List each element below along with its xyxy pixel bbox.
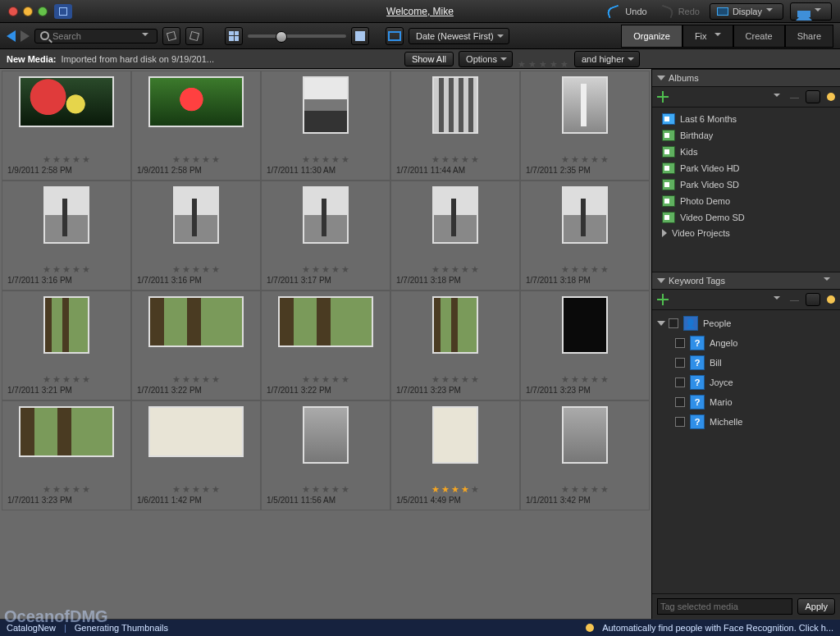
thumb-cell[interactable]: ★★★★★1/7/2011 3:16 PM	[131, 181, 261, 291]
thumb-cell[interactable]: ★★★★★1/7/2011 3:18 PM	[520, 181, 650, 291]
tag-media-input[interactable]	[657, 598, 792, 615]
rating-stars[interactable]: ★★★★★	[172, 264, 221, 273]
nav-back-button[interactable]	[7, 30, 16, 42]
thumb-cell[interactable]: ★★★★★1/7/2011 3:18 PM	[390, 181, 520, 291]
thumb-cell[interactable]: ★★★★★1/6/2011 1:42 PM	[131, 400, 261, 510]
thumb-cell[interactable]: ★★★★★1/7/2011 3:16 PM	[2, 181, 131, 291]
thumbnail[interactable]	[432, 296, 478, 354]
album-item[interactable]: Video Demo SD	[659, 209, 840, 226]
thumbnail[interactable]	[278, 296, 373, 347]
tag-item[interactable]: ?Joyce	[657, 373, 840, 392]
thumbnail[interactable]	[173, 186, 219, 244]
thumb-cell[interactable]: ★★★★★1/7/2011 11:30 AM	[261, 71, 390, 181]
thumbnail[interactable]	[303, 76, 349, 134]
album-item[interactable]: Park Video HD	[659, 160, 840, 176]
tab-share[interactable]: Share	[785, 25, 833, 48]
hint-icon[interactable]	[827, 93, 835, 101]
edit-album-button[interactable]	[806, 90, 820, 103]
thumbnail[interactable]	[303, 406, 349, 464]
thumbnail[interactable]	[562, 296, 608, 354]
thumb-cell[interactable]: ★★★★★1/9/2011 2:58 PM	[131, 71, 261, 181]
rating-stars[interactable]: ★★★★★	[561, 154, 609, 163]
tags-header[interactable]: Keyword Tags	[652, 272, 840, 290]
thumb-cell[interactable]: ★★★★★1/7/2011 2:35 PM	[520, 71, 650, 181]
thumb-cell[interactable]: ★★★★★1/7/2011 3:22 PM	[131, 291, 261, 400]
tag-checkbox[interactable]	[675, 338, 685, 348]
filter-star-2[interactable]: ★	[528, 59, 537, 68]
tag-checkbox[interactable]	[675, 358, 685, 368]
rating-stars[interactable]: ★★★★★	[431, 484, 480, 493]
tag-item[interactable]: ?Angelo	[657, 333, 840, 353]
thumbnail[interactable]	[43, 186, 89, 244]
thumb-cell[interactable]: ★★★★★1/7/2011 3:23 PM	[2, 400, 131, 510]
filter-star-5[interactable]: ★	[560, 59, 569, 68]
thumb-cell[interactable]: ★★★★★1/7/2011 3:17 PM	[261, 181, 390, 291]
apply-tag-button[interactable]: Apply	[797, 598, 835, 615]
rating-stars[interactable]: ★★★★★	[302, 484, 350, 493]
tag-checkbox[interactable]	[675, 397, 685, 407]
rating-stars[interactable]: ★★★★★	[561, 264, 609, 273]
thumb-size-slider[interactable]	[248, 34, 346, 38]
rating-stars[interactable]: ★★★★★	[302, 264, 350, 273]
thumbnail[interactable]	[432, 186, 478, 244]
tag-item[interactable]: ?Bill	[657, 353, 840, 373]
thumbnail[interactable]	[148, 406, 244, 457]
add-tag-button[interactable]	[657, 294, 669, 305]
thumbnail[interactable]	[43, 296, 89, 354]
rating-stars[interactable]: ★★★★★	[43, 154, 91, 163]
album-item[interactable]: Kids	[659, 144, 840, 160]
rating-stars[interactable]: ★★★★★	[43, 374, 91, 383]
rating-stars[interactable]: ★★★★★	[172, 374, 221, 383]
thumb-cell[interactable]: ★★★★★1/5/2011 11:56 AM	[261, 400, 390, 510]
thumbnail[interactable]	[562, 76, 608, 134]
tag-checkbox[interactable]	[675, 417, 685, 427]
tag-item[interactable]: ?Mario	[657, 392, 840, 412]
rating-stars[interactable]: ★★★★★	[561, 484, 609, 493]
sort-dropdown[interactable]: Date (Newest First)	[409, 28, 509, 44]
tag-group[interactable]: 👤People	[657, 313, 840, 333]
filter-star-1[interactable]: ★	[518, 59, 527, 68]
redo-button[interactable]: Redo	[657, 5, 703, 18]
nav-forward-button[interactable]	[21, 30, 30, 42]
thumb-cell[interactable]: ★★★★★1/7/2011 3:21 PM	[2, 291, 131, 400]
thumbnail[interactable]	[19, 406, 114, 457]
face-tag-button[interactable]	[806, 293, 820, 306]
rating-stars[interactable]: ★★★★★	[561, 374, 609, 383]
welcome-link[interactable]: Welcome, Mike	[0, 6, 840, 17]
rating-stars[interactable]: ★★★★★	[431, 264, 480, 273]
albums-header[interactable]: Albums	[652, 69, 840, 87]
rating-stars[interactable]: ★★★★★	[43, 264, 91, 273]
album-item[interactable]: Last 6 Months	[659, 111, 840, 127]
thumb-cell[interactable]: ★★★★★1/1/2011 3:42 PM	[520, 400, 650, 510]
album-item[interactable]: Park Video SD	[659, 176, 840, 193]
tag-item[interactable]: ?Michelle	[657, 412, 840, 432]
rating-stars[interactable]: ★★★★★	[431, 154, 480, 163]
and-higher-dropdown[interactable]: and higher	[574, 51, 640, 67]
thumbnail[interactable]	[562, 406, 608, 464]
rating-stars[interactable]: ★★★★★	[431, 374, 480, 383]
single-view-button[interactable]	[351, 27, 369, 45]
tab-create[interactable]: Create	[733, 25, 785, 48]
rotate-right-button[interactable]	[185, 27, 203, 45]
tab-fix[interactable]: Fix	[682, 25, 733, 48]
rating-stars[interactable]: ★★★★★	[172, 484, 221, 493]
status-message[interactable]: Automatically find people with Face Reco…	[602, 623, 833, 633]
add-album-button[interactable]	[657, 91, 669, 103]
thumbnail[interactable]	[432, 406, 478, 464]
rating-stars[interactable]: ★★★★★	[43, 484, 91, 493]
thumbnail[interactable]	[148, 296, 244, 347]
tab-organize[interactable]: Organize	[621, 25, 682, 48]
hint-icon[interactable]	[827, 295, 835, 304]
thumbnail[interactable]	[19, 76, 114, 127]
tag-checkbox[interactable]	[669, 318, 678, 328]
filter-star-3[interactable]: ★	[539, 59, 548, 68]
rating-stars[interactable]: ★★★★★	[302, 154, 350, 163]
thumb-cell[interactable]: ★★★★★1/7/2011 3:23 PM	[390, 291, 520, 400]
thumb-cell[interactable]: ★★★★★1/7/2011 3:23 PM	[520, 291, 650, 400]
filter-star-4[interactable]: ★	[550, 59, 559, 68]
show-all-button[interactable]: Show All	[404, 52, 454, 66]
tag-checkbox[interactable]	[675, 377, 685, 387]
thumb-cell[interactable]: ★★★★★1/7/2011 3:22 PM	[261, 291, 390, 400]
thumbnail-grid[interactable]: ★★★★★1/9/2011 2:58 PM★★★★★1/9/2011 2:58 …	[0, 69, 651, 619]
rating-stars[interactable]: ★★★★★	[172, 154, 221, 163]
